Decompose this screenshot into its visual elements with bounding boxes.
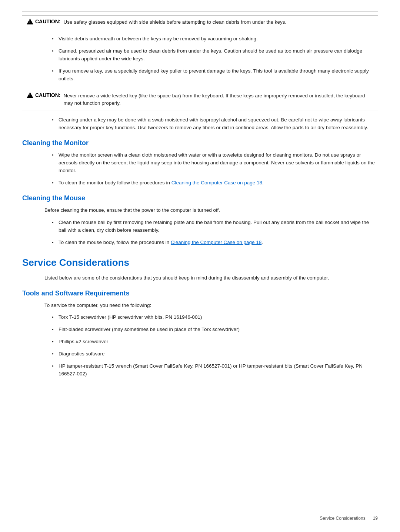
caution-text-2: Never remove a wide leveled key (like th… xyxy=(63,92,373,107)
monitor-bullets: Wipe the monitor screen with a clean clo… xyxy=(52,151,378,187)
caution-label-2: CAUTION: xyxy=(27,92,60,98)
mouse-intro: Before cleaning the mouse, ensure that t… xyxy=(44,207,378,214)
tools-software-heading: Tools and Software Requirements xyxy=(22,290,378,297)
list-item: HP tamper-resistant T-15 wrench (Smart C… xyxy=(52,362,378,378)
caution-triangle-icon-2 xyxy=(27,92,33,98)
list-item: To clean the monitor body follow the pro… xyxy=(52,179,378,187)
service-considerations-intro: Listed below are some of the considerati… xyxy=(44,274,378,282)
list-item: To clean the mouse body, follow the proc… xyxy=(52,239,378,247)
service-considerations-heading: Service Considerations xyxy=(22,257,378,268)
list-item: Diagnostics software xyxy=(52,350,378,358)
list-item: Visible debris underneath or between the… xyxy=(52,35,378,43)
caution-keyword-1: CAUTION: xyxy=(35,19,60,24)
caution-triangle-icon-1 xyxy=(27,19,33,24)
footer-label: Service Considerations xyxy=(320,516,365,521)
tools-bullets: Torx T-15 screwdriver (HP screwdriver wi… xyxy=(52,314,378,378)
caution-text-1: Use safety glasses equipped with side sh… xyxy=(63,19,286,26)
mouse-bullets: Clean the mouse ball by first removing t… xyxy=(52,219,378,247)
list-item: Torx T-15 screwdriver (HP screwdriver wi… xyxy=(52,314,378,321)
keyboard-bullets-2: Cleaning under a key may be done with a … xyxy=(52,116,378,132)
monitor-case-link[interactable]: Cleaning the Computer Case on page 18 xyxy=(171,180,262,185)
caution-keyword-2: CAUTION: xyxy=(35,92,60,98)
list-item: Clean the mouse ball by first removing t… xyxy=(52,219,378,234)
page-footer: Service Considerations 19 xyxy=(320,516,378,521)
keyboard-bullets-1: Visible debris underneath or between the… xyxy=(52,35,378,83)
service-considerations-section: Service Considerations Listed below are … xyxy=(22,257,378,378)
list-item: Cleaning under a key may be done with a … xyxy=(52,116,378,132)
list-item: Phillips #2 screwdriver xyxy=(52,338,378,346)
caution-label-1: CAUTION: xyxy=(27,19,60,24)
caution-box-2: CAUTION: Never remove a wide leveled key… xyxy=(22,89,378,111)
caution-box-1: CAUTION: Use safety glasses equipped wit… xyxy=(22,15,378,29)
list-item: Canned, pressurized air may be used to c… xyxy=(52,47,378,63)
top-divider xyxy=(22,11,378,11)
mouse-case-link[interactable]: Cleaning the Computer Case on page 18 xyxy=(171,240,261,245)
cleaning-mouse-heading: Cleaning the Mouse xyxy=(22,194,378,202)
list-item: Wipe the monitor screen with a clean clo… xyxy=(52,151,378,175)
cleaning-monitor-heading: Cleaning the Monitor xyxy=(22,139,378,147)
footer-page-number: 19 xyxy=(373,516,378,521)
tools-software-intro: To service the computer, you need the fo… xyxy=(44,302,378,310)
list-item: If you remove a key, use a specially des… xyxy=(52,67,378,83)
list-item: Flat-bladed screwdriver (may sometimes b… xyxy=(52,326,378,334)
